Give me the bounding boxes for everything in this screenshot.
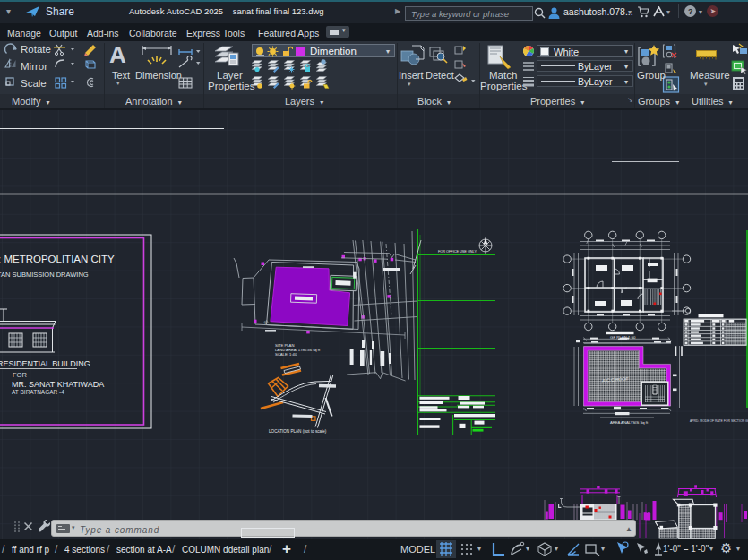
svg-text:SCALE: 1:40: SCALE: 1:40 <box>275 352 297 357</box>
svg-text:LOCATION PLAN (not to scale): LOCATION PLAN (not to scale) <box>269 429 327 434</box>
svg-text:TAN SUBMISSION DRAWING: TAN SUBMISSION DRAWING <box>0 271 89 279</box>
svg-text:FOR OFFICE USE ONLY: FOR OFFICE USE ONLY <box>438 250 477 254</box>
svg-text:APRD. MODE OF RATE FOR SECTION: APRD. MODE OF RATE FOR SECTION GUIDE <box>690 419 748 423</box>
svg-text:AT BIRATNAGAR -4: AT BIRATNAGAR -4 <box>12 389 64 395</box>
svg-text:FOR: FOR <box>13 371 27 379</box>
svg-text:: METROPOLITIAN CITY: : METROPOLITIAN CITY <box>0 254 115 264</box>
svg-text:MR. SANAT KHATIWADA: MR. SANAT KHATIWADA <box>12 380 104 389</box>
svg-text:AREA ANALYSIS Sq ft: AREA ANALYSIS Sq ft <box>610 420 649 425</box>
svg-text:RESIDENTIAL BUILDING: RESIDENTIAL BUILDING <box>0 359 90 368</box>
